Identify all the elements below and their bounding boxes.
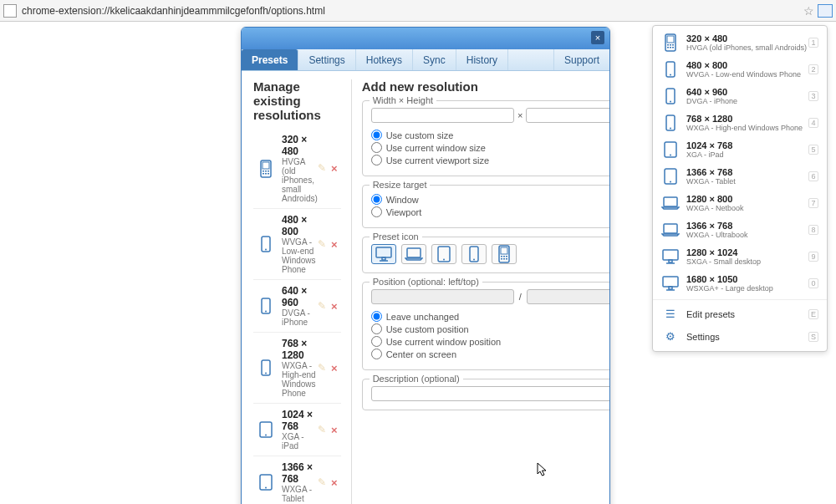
svg-rect-5 — [263, 173, 264, 175]
width-input[interactable] — [371, 108, 514, 123]
times-sep: × — [517, 110, 522, 120]
add-panel: Add new resolution Width × Height × Use … — [351, 79, 610, 504]
popup-preset-name: 480 × 800 — [686, 60, 808, 70]
pos-unchanged-label: Leave unchanged — [386, 312, 459, 322]
hotkey-badge: 1 — [808, 38, 818, 48]
size-custom-radio[interactable] — [371, 130, 382, 140]
preset-icon-phone[interactable] — [461, 244, 487, 264]
popup-preset-desc: WXGA - Netbook — [686, 204, 808, 212]
svg-point-59 — [670, 181, 671, 183]
popup-preset-desc: DVGA - iPhone — [686, 97, 808, 105]
resolution-desc: DVGA - iPhone — [282, 308, 318, 327]
pos-left-input[interactable] — [371, 289, 514, 304]
preset-icon-fieldset: Preset icon — [362, 237, 610, 273]
close-icon[interactable]: × — [591, 31, 604, 44]
phone-icon — [257, 359, 275, 376]
tab-hotkeys[interactable]: Hotkeys — [356, 49, 413, 70]
edit-icon[interactable]: ✎ — [318, 476, 326, 489]
popup-preset-item[interactable]: 1024 × 768XGA - iPad5 — [653, 136, 827, 163]
tab-presets[interactable]: Presets — [242, 49, 298, 70]
popup-preset-item[interactable]: 768 × 1280WXGA - High-end Windows Phone4 — [653, 109, 827, 136]
dialog-titlebar: × — [242, 28, 609, 49]
preset-icon-feature[interactable] — [492, 244, 517, 264]
resolution-item[interactable]: 480 × 800WVGA - Low-end Windows Phone✎× — [253, 209, 341, 280]
hotkey-badge: 2 — [808, 64, 818, 74]
resize-viewport-radio[interactable] — [371, 206, 382, 217]
edit-icon[interactable]: ✎ — [318, 300, 326, 313]
edit-icon[interactable]: ✎ — [318, 238, 326, 251]
popup-settings[interactable]: ⚙ Settings S — [653, 325, 827, 348]
pos-unchanged-radio[interactable] — [371, 311, 382, 322]
svg-rect-61 — [664, 224, 677, 233]
pos-current-radio[interactable] — [371, 336, 382, 347]
hotkey-badge: 6 — [808, 171, 818, 181]
delete-icon[interactable]: × — [331, 424, 338, 436]
size-window-radio[interactable] — [371, 142, 382, 153]
preset-icon-laptop[interactable] — [401, 244, 426, 264]
bookmark-star-icon[interactable]: ☆ — [803, 4, 814, 18]
tab-history[interactable]: History — [456, 49, 508, 70]
resolution-item[interactable]: 320 × 480HVGA (old iPhones, small Androi… — [253, 129, 341, 209]
popup-preset-item[interactable]: 1366 × 768WXGA - Ultrabook8 — [653, 216, 827, 243]
delete-icon[interactable]: × — [331, 162, 338, 175]
popup-preset-desc: WVGA - Low-end Windows Phone — [686, 70, 808, 79]
popup-preset-name: 320 × 480 — [686, 33, 808, 43]
popup-preset-name: 768 × 1280 — [686, 114, 808, 124]
tab-settings[interactable]: Settings — [298, 49, 355, 70]
popup-preset-item[interactable]: 640 × 960DVGA - iPhone3 — [653, 83, 827, 109]
resize-window-radio[interactable] — [371, 194, 382, 205]
delete-icon[interactable]: × — [331, 300, 338, 313]
preset-icon-desktop[interactable] — [371, 244, 396, 264]
svg-rect-66 — [669, 287, 672, 289]
tab-support[interactable]: Support — [553, 49, 609, 70]
resolution-item[interactable]: 768 × 1280WXGA - High-end Windows Phone✎… — [253, 333, 341, 404]
svg-rect-4 — [268, 171, 269, 172]
svg-rect-62 — [663, 250, 678, 260]
edit-icon[interactable]: ✎ — [318, 162, 326, 175]
resolution-desc: XGA - iPad — [282, 432, 318, 451]
svg-rect-38 — [506, 256, 507, 257]
phone-icon — [661, 115, 680, 131]
pos-center-radio[interactable] — [371, 349, 382, 359]
popup-preset-item[interactable]: 320 × 480HVGA (old iPhones, small Androi… — [653, 29, 827, 56]
popup-preset-item[interactable]: 1366 × 768WXGA - Tablet6 — [653, 163, 827, 190]
popup-edit-presets[interactable]: ☰ Edit presets E — [653, 303, 827, 325]
resize-target-fieldset: Resize target Window Viewport — [362, 185, 610, 228]
preset-icon-tablet[interactable] — [431, 244, 456, 264]
popup-separator — [653, 299, 827, 300]
popup-preset-desc: WXGA - Ultrabook — [686, 231, 808, 239]
extension-icon[interactable] — [818, 4, 833, 18]
popup-preset-name: 1366 × 768 — [686, 221, 808, 231]
options-dialog: × Presets Settings Hotkeys Sync History … — [241, 27, 610, 504]
popup-preset-item[interactable]: 1280 × 1024SXGA - Small desktop9 — [653, 243, 827, 270]
svg-rect-27 — [382, 257, 385, 260]
popup-preset-item[interactable]: 480 × 800WVGA - Low-end Windows Phone2 — [653, 56, 827, 83]
svg-rect-35 — [501, 247, 507, 254]
svg-rect-37 — [503, 256, 505, 257]
delete-icon[interactable]: × — [331, 476, 338, 489]
resolution-item[interactable]: 640 × 960DVGA - iPhone✎× — [253, 280, 341, 333]
edit-icon[interactable]: ✎ — [318, 424, 326, 436]
svg-rect-3 — [265, 171, 267, 172]
resolution-item[interactable]: 1366 × 768WXGA - Tablet✎× — [253, 456, 341, 504]
delete-icon[interactable]: × — [331, 362, 338, 374]
laptop-icon — [661, 196, 680, 210]
popup-preset-item[interactable]: 1280 × 800WXGA - Netbook7 — [653, 190, 827, 216]
popup-preset-desc: WXGA - High-end Windows Phone — [686, 124, 808, 132]
resolution-item[interactable]: 1024 × 768XGA - iPad✎× — [253, 404, 341, 456]
tab-sync[interactable]: Sync — [413, 49, 456, 70]
position-legend: Position (optional: left/top) — [370, 277, 482, 287]
popup-preset-item[interactable]: 1680 × 1050WSXGA+ - Large desktop0 — [653, 270, 827, 297]
pos-top-input[interactable] — [527, 289, 610, 304]
delete-icon[interactable]: × — [331, 238, 338, 251]
description-input[interactable] — [371, 386, 610, 401]
edit-icon[interactable]: ✎ — [318, 362, 326, 374]
svg-rect-43 — [667, 36, 674, 43]
height-input[interactable] — [526, 108, 610, 123]
tablet-icon — [661, 141, 680, 158]
phone-icon — [661, 88, 680, 104]
tablet-icon — [257, 474, 275, 491]
size-viewport-radio[interactable] — [371, 155, 382, 165]
phone-icon — [257, 298, 275, 314]
pos-custom-radio[interactable] — [371, 323, 382, 334]
